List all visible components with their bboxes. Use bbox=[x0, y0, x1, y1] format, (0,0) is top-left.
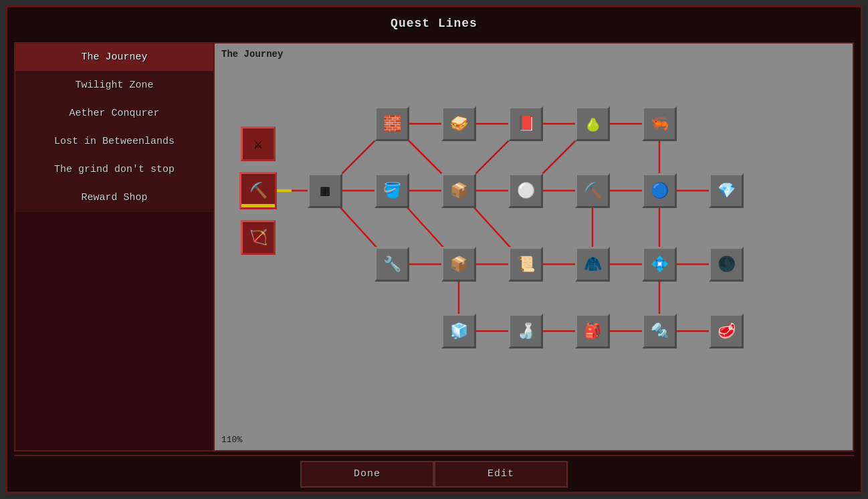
quest-node-ice[interactable]: 🧊 bbox=[441, 314, 476, 348]
item-icon-pear: 🍐 bbox=[584, 115, 602, 133]
quest-node-dark[interactable]: 🌑 bbox=[709, 247, 744, 282]
item-icon-shrimp: 🦐 bbox=[651, 115, 669, 133]
edit-button[interactable]: Edit bbox=[434, 461, 568, 488]
quest-node-scroll[interactable]: 📜 bbox=[508, 247, 543, 282]
quest-node-backpack[interactable]: 🎒 bbox=[575, 314, 610, 348]
item-icon-tool: 🔩 bbox=[651, 322, 669, 340]
quest-node-gem[interactable]: 💠 bbox=[642, 247, 677, 282]
quest-node-blue-sword[interactable]: 🔵 bbox=[642, 173, 677, 208]
sidebar-item-lost-in-betweenlands[interactable]: Lost in Betweenlands bbox=[15, 128, 213, 156]
item-icon-box: 📦 bbox=[450, 256, 468, 274]
quest-panel-title: The Journey bbox=[221, 49, 283, 60]
item-icon-pickaxe-mid: ⛏️ bbox=[584, 182, 602, 200]
sidebar-item-aether-conqurer[interactable]: Aether Conqurer bbox=[15, 100, 213, 128]
quest-node-potions[interactable]: 🍶 bbox=[508, 314, 543, 348]
item-icon-crafting: ▦ bbox=[320, 182, 329, 200]
sidebar-item-reward-shop[interactable]: Reward Shop bbox=[15, 184, 213, 212]
sidebar: The JourneyTwilight ZoneAether ConqurerL… bbox=[14, 42, 215, 452]
item-icon-ice: 🧊 bbox=[450, 322, 468, 340]
item-icon-backpack: 🎒 bbox=[584, 322, 602, 340]
window-title: Quest Lines bbox=[7, 17, 861, 30]
item-icon-sword: ⚔️ bbox=[253, 135, 262, 153]
sidebar-item-twilight-zone[interactable]: Twilight Zone bbox=[15, 72, 213, 100]
item-icon-chest-mid: 📦 bbox=[450, 182, 468, 200]
item-icon-dark: 🌑 bbox=[718, 256, 736, 274]
quest-node-book[interactable]: 📕 bbox=[508, 106, 543, 141]
quest-node-central[interactable]: ⛏️ bbox=[239, 172, 277, 209]
quest-node-meat[interactable]: 🥩 bbox=[709, 314, 744, 348]
item-icon-food: 🥪 bbox=[450, 115, 468, 133]
bottom-bar: Done Edit bbox=[14, 455, 854, 492]
quest-panel[interactable]: The Journey ⚔️🏹🏹▦🧱🥪📕🍐🦐🪣📦⚪⛏️🔵💎🔧📦📜🧥💠🌑🧊🍶🎒🔩🥩… bbox=[215, 42, 854, 452]
quest-node-pear[interactable]: 🍐 bbox=[575, 106, 610, 141]
quest-node-barrel[interactable]: 🪣 bbox=[374, 173, 409, 208]
item-icon-book: 📕 bbox=[517, 115, 535, 133]
item-icon-blue-sword: 🔵 bbox=[651, 182, 669, 200]
item-icon-chest-top: 🧱 bbox=[383, 115, 401, 133]
quest-node-chest-top[interactable]: 🧱 bbox=[374, 106, 409, 141]
item-icon-stick: 🔧 bbox=[383, 256, 401, 274]
item-icon-central: ⛏️ bbox=[249, 182, 267, 200]
quest-graph: ⚔️🏹🏹▦🧱🥪📕🍐🦐🪣📦⚪⛏️🔵💎🔧📦📜🧥💠🌑🧊🍶🎒🔩🥩⛏️ bbox=[215, 64, 853, 433]
quest-node-bow-bot[interactable]: 🏹 bbox=[241, 220, 276, 255]
sidebar-item-the-journey[interactable]: The Journey bbox=[15, 43, 213, 72]
quest-node-chest-mid[interactable]: 📦 bbox=[441, 173, 476, 208]
quest-node-box[interactable]: 📦 bbox=[441, 247, 476, 282]
item-icon-bow-bot: 🏹 bbox=[249, 229, 267, 247]
item-icon-orb: ⚪ bbox=[517, 182, 535, 200]
quest-node-crystal[interactable]: 💎 bbox=[709, 173, 744, 208]
item-icon-crystal: 💎 bbox=[718, 182, 736, 200]
quest-node-stick[interactable]: 🔧 bbox=[374, 247, 409, 282]
item-icon-barrel: 🪣 bbox=[383, 182, 401, 200]
quest-node-pickaxe-mid[interactable]: ⛏️ bbox=[575, 173, 610, 208]
quest-node-armor[interactable]: 🧥 bbox=[575, 247, 610, 282]
item-icon-meat: 🥩 bbox=[718, 322, 736, 340]
quest-node-food[interactable]: 🥪 bbox=[441, 106, 476, 141]
item-icon-scroll: 📜 bbox=[517, 256, 535, 274]
quest-node-crafting[interactable]: ▦ bbox=[308, 173, 342, 208]
item-icon-armor: 🧥 bbox=[584, 256, 602, 274]
item-icon-gem: 💠 bbox=[651, 256, 669, 274]
zoom-label: 110% bbox=[221, 435, 242, 445]
item-icon-potions: 🍶 bbox=[517, 322, 535, 340]
main-content: The JourneyTwilight ZoneAether ConqurerL… bbox=[14, 42, 854, 452]
quest-node-tool[interactable]: 🔩 bbox=[642, 314, 677, 348]
done-button[interactable]: Done bbox=[300, 461, 434, 488]
sidebar-item-the-grind[interactable]: The grind don't stop bbox=[15, 156, 213, 184]
quest-node-shrimp[interactable]: 🦐 bbox=[642, 106, 677, 141]
title-bar: Quest Lines bbox=[7, 7, 861, 37]
quest-node-orb[interactable]: ⚪ bbox=[508, 173, 543, 208]
quest-node-sword[interactable]: ⚔️ bbox=[241, 126, 276, 161]
